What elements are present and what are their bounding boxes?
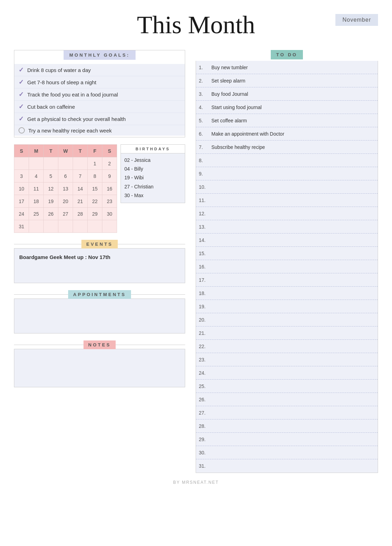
todo-item: 20.: [196, 313, 378, 326]
goals-list-item: ✓Track the food you eat in a food journa…: [14, 88, 185, 101]
birthday-item: 27 - Christian: [124, 182, 181, 191]
calendar-day: 14: [73, 182, 88, 195]
todo-item: 11.: [196, 194, 378, 207]
calendar-day: 23: [102, 195, 117, 208]
calendar-day: 7: [73, 170, 88, 182]
todo-item: 22.: [196, 340, 378, 353]
calendar-day: 9: [102, 170, 117, 182]
todo-num: 24.: [199, 370, 211, 376]
calendar-day: 4: [29, 170, 44, 182]
todo-item: 7.Subscribe healthy recipe: [196, 141, 378, 154]
birthday-item: 04 - Billy: [124, 165, 181, 173]
todo-num: 11.: [199, 197, 211, 203]
goals-list: ✓Drink 8 cups of water a day✓Get 7-8 hou…: [14, 63, 185, 137]
appts-content: [14, 299, 185, 333]
check-icon: ✓: [19, 91, 24, 98]
calendar-day: 12: [44, 182, 58, 195]
todo-item: 25.: [196, 380, 378, 393]
todo-num: 29.: [199, 437, 211, 442]
goals-header-wrap: MONTHLY GOALS:: [14, 50, 185, 60]
todo-num: 22.: [199, 344, 211, 349]
calendar-day: [102, 220, 117, 233]
page-header: This Month November: [14, 7, 378, 39]
calendar-day: 28: [73, 208, 88, 220]
todo-item: 29.: [196, 433, 378, 446]
left-column: MONTHLY GOALS: ✓Drink 8 cups of water a …: [14, 50, 185, 387]
goals-header: MONTHLY GOALS:: [64, 50, 135, 60]
notes-content: [14, 349, 185, 387]
todo-text: Set sleep alarm: [211, 78, 375, 84]
todo-num: 5.: [199, 118, 211, 123]
events-content: Boardgame Geek Meet up : Nov 17th: [14, 248, 185, 283]
todo-text: Make an appointment with Doctor: [211, 131, 375, 137]
goals-list-item: Try a new healthy recipe each week: [14, 125, 185, 136]
todo-item: 15.: [196, 247, 378, 260]
calendar-day: 26: [44, 208, 58, 220]
calendar-day: 17: [14, 195, 29, 208]
todo-num: 8.: [199, 158, 211, 163]
event-item: Boardgame Geek Meet up : Nov 17th: [19, 254, 180, 260]
calendar-day: 30: [102, 208, 117, 220]
todo-num: 30.: [199, 450, 211, 455]
appointments-section: APPOINTMENTS: [14, 290, 185, 333]
goals-list-item: ✓Drink 8 cups of water a day: [14, 64, 185, 76]
todo-item: 10.: [196, 180, 378, 194]
goals-section: MONTHLY GOALS: ✓Drink 8 cups of water a …: [14, 50, 185, 137]
notes-section: NOTES: [14, 340, 185, 387]
notes-header: NOTES: [84, 340, 116, 349]
appts-header: APPOINTMENTS: [68, 290, 131, 299]
calendar-day: 29: [88, 208, 102, 220]
todo-item: 21.: [196, 326, 378, 340]
birthday-item: 02 - Jessica: [124, 156, 181, 165]
calendar-day: 22: [88, 195, 102, 208]
birthday-item: 30 - Max: [124, 191, 181, 200]
todo-num: 12.: [199, 211, 211, 216]
calendar-day-header: F: [88, 145, 102, 157]
calendar-day: [88, 220, 102, 233]
todo-num: 25.: [199, 383, 211, 389]
calendar-day: 31: [14, 220, 29, 233]
todo-num: 3.: [199, 91, 211, 97]
calendar-day: 21: [73, 195, 88, 208]
todo-text: Set coffee alarm: [211, 118, 375, 123]
todo-item: 1.Buy new tumbler: [196, 61, 378, 74]
todo-item: 28.: [196, 419, 378, 433]
calendar-day: 8: [88, 170, 102, 182]
calendar-day: 25: [29, 208, 44, 220]
goals-item-text: Get a physical to check your overall hea…: [27, 116, 126, 122]
todo-num: 27.: [199, 410, 211, 416]
calendar-day: [58, 157, 73, 170]
todo-header-wrap: TO DO: [196, 50, 378, 59]
todo-text: Subscribe healthy recipe: [211, 144, 375, 150]
calendar-day: 16: [102, 182, 117, 195]
todo-text: Buy new tumbler: [211, 65, 375, 70]
todo-item: 5.Set coffee alarm: [196, 114, 378, 127]
goals-list-item: ✓Cut back on caffeine: [14, 101, 185, 113]
goals-item-text: Cut back on caffeine: [27, 104, 75, 110]
calendar-day: [29, 157, 44, 170]
calendar-day: 2: [102, 157, 117, 170]
todo-num: 23.: [199, 357, 211, 362]
todo-num: 14.: [199, 237, 211, 243]
todo-item: 30.: [196, 446, 378, 459]
calendar-day-header: T: [73, 145, 88, 157]
check-icon: ✓: [19, 78, 24, 86]
check-icon: ✓: [19, 115, 24, 123]
calendar-day: [44, 157, 58, 170]
goals-list-item: ✓Get a physical to check your overall he…: [14, 113, 185, 125]
todo-item: 24.: [196, 366, 378, 380]
todo-num: 10.: [199, 184, 211, 190]
todo-item: 19.: [196, 300, 378, 313]
calendar-day: 1: [88, 157, 102, 170]
todo-header: TO DO: [271, 50, 303, 59]
todo-item: 3.Buy food Journal: [196, 87, 378, 101]
todo-item: 31.: [196, 459, 378, 473]
page-title: This Month: [14, 10, 378, 39]
calendar-day: 27: [58, 208, 73, 220]
calendar-day-header: W: [58, 145, 73, 157]
calendar-day: [14, 157, 29, 170]
calendar-day: 5: [44, 170, 58, 182]
todo-item: 9.: [196, 167, 378, 180]
check-icon: ✓: [19, 103, 24, 110]
calendar-day: [44, 220, 58, 233]
